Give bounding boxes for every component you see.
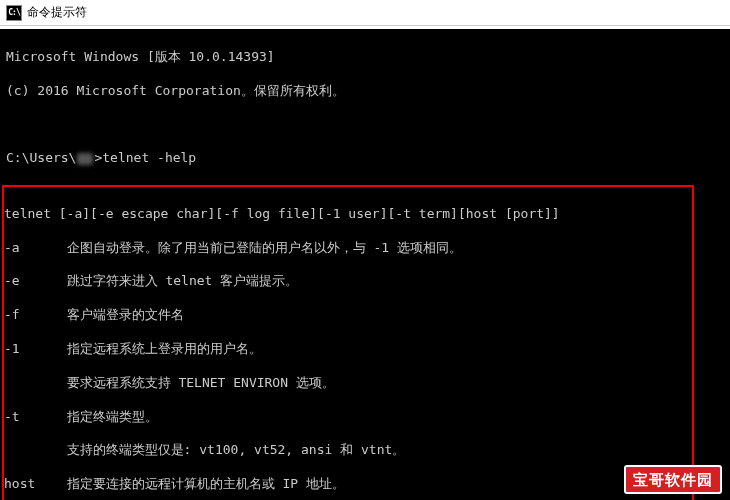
version-line: Microsoft Windows [版本 10.0.14393] [6, 49, 724, 66]
help-opt-a: -a 企图自动登录。除了用当前已登陆的用户名以外，与 -1 选项相同。 [4, 240, 692, 257]
prompt-line-1: C:\Users\>telnet -help [6, 150, 724, 167]
terminal-area[interactable]: Microsoft Windows [版本 10.0.14393] (c) 20… [0, 26, 730, 500]
prompt-prefix: C:\Users\ [6, 150, 76, 165]
help-opt-t: -t 指定终端类型。 [4, 409, 692, 426]
copyright-line: (c) 2016 Microsoft Corporation。保留所有权利。 [6, 83, 724, 100]
help-opt-tb: 支持的终端类型仅是: vt100, vt52, ansi 和 vtnt。 [4, 442, 692, 459]
window-titlebar: C:\ 命令提示符 [0, 0, 730, 26]
help-output-box: telnet [-a][-e escape char][-f log file]… [2, 185, 694, 500]
help-usage: telnet [-a][-e escape char][-f log file]… [4, 206, 692, 223]
cmd-icon-text: C:\ [8, 8, 19, 17]
help-opt-e: -e 跳过字符来进入 telnet 客户端提示。 [4, 273, 692, 290]
redacted-username [77, 153, 93, 165]
help-opt-f: -f 客户端登录的文件名 [4, 307, 692, 324]
help-opt-host: host 指定要连接的远程计算机的主机名或 IP 地址。 [4, 476, 692, 493]
help-opt-1: -1 指定远程系统上登录用的用户名。 [4, 341, 692, 358]
watermark-badge: 宝哥软件园 [624, 465, 722, 495]
command-text: telnet -help [102, 150, 196, 165]
help-opt-1b: 要求远程系统支持 TELNET ENVIRON 选项。 [4, 375, 692, 392]
cmd-icon: C:\ [6, 5, 22, 21]
window-title: 命令提示符 [27, 4, 87, 21]
blank-line [6, 116, 724, 133]
